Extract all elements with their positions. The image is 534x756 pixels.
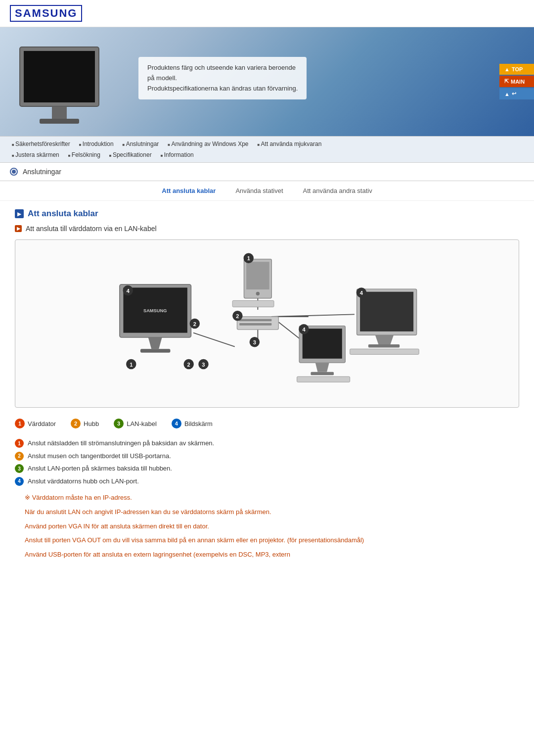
instr-text-3: Anslut LAN-porten på skärmes baksida til… [28, 464, 172, 473]
svg-text:4: 4 [360, 290, 363, 296]
svg-text:2: 2 [187, 362, 190, 368]
instr-num-4: 4 [15, 477, 24, 486]
main-button-label: MAIN [511, 79, 525, 85]
banner-text-box: Produktens färg och utseende kan variera… [138, 57, 307, 99]
svg-rect-2 [52, 106, 67, 119]
back-arrow-icon: ▲ [504, 91, 510, 97]
nav-item-adjust[interactable]: Justera skärmen [10, 150, 66, 159]
info-text-2: Använd porten VGA IN för att ansluta skä… [15, 521, 519, 532]
svg-text:2: 2 [236, 313, 239, 319]
nav-item-connections[interactable]: Anslutningar [121, 140, 166, 148]
legend-label-3: LAN-kabel [127, 420, 157, 427]
samsung-logo: SAMSUNG [10, 5, 524, 22]
svg-rect-17 [239, 319, 271, 322]
top-button-label: TOP [512, 66, 523, 72]
svg-rect-18 [239, 323, 271, 326]
legend-item-4: 4 Bildskärm [172, 419, 213, 428]
nav-item-troubleshoot[interactable]: Felsökning [66, 150, 107, 159]
main-icon: ⇱ [504, 78, 509, 85]
svg-text:SAMSUNG: SAMSUNG [143, 308, 167, 313]
svg-text:1: 1 [247, 255, 250, 261]
svg-rect-51 [350, 349, 419, 354]
instruction-3: 3 Anslut LAN-porten på skärmes baksida t… [15, 464, 519, 473]
nav-item-safety[interactable]: Säkerhetsföreskrifter [10, 140, 77, 148]
header: SAMSUNG [0, 0, 534, 27]
banner-text-line3: Produktspecifikationerna kan ändras utan… [147, 84, 298, 94]
svg-rect-11 [246, 262, 269, 289]
legend-label-2: Hubb [84, 420, 99, 427]
legend-num-3: 3 [114, 419, 124, 428]
nav-item-specs[interactable]: Specifikationer [107, 150, 159, 159]
svg-text:3: 3 [253, 339, 256, 345]
diagram-box: 1 2 3 SAMSUNG 4 2 [15, 239, 519, 408]
svg-rect-27 [140, 349, 171, 352]
main-content: ▶ Att ansluta kablar ▶ Att ansluta till … [0, 201, 534, 572]
banner-text-line1: Produktens färg och utseende kan variera… [147, 63, 298, 73]
logo-text: SAMSUNG [10, 5, 82, 22]
tab-connect-cables[interactable]: Att ansluta kablar [162, 187, 216, 194]
instruction-4: 4 Anslut värddatorns hubb och LAN-port. [15, 476, 519, 486]
section-heading: ▶ Att ansluta kablar [15, 209, 519, 219]
instr-text-4: Anslut värddatorns hubb och LAN-port. [28, 476, 139, 486]
legend-label-1: Värddator [28, 420, 56, 427]
tab-use-stand[interactable]: Använda stativet [235, 187, 283, 194]
banner-right-buttons: ▲ TOP ⇱ MAIN ▲ ↩ [499, 64, 534, 99]
svg-rect-41 [311, 372, 334, 376]
nav-item-intro[interactable]: Introduktion [77, 140, 121, 148]
svg-rect-46 [360, 292, 413, 331]
legend-label-4: Bildskärm [184, 420, 213, 427]
svg-rect-44 [297, 377, 350, 382]
section-dot-inner [12, 170, 16, 174]
svg-text:3: 3 [202, 362, 205, 368]
legend-item-3: 3 LAN-kabel [114, 419, 157, 428]
back-button[interactable]: ▲ ↩ [499, 88, 534, 99]
nav-row-1: Säkerhetsföreskrifter Introduktion Anslu… [10, 140, 524, 148]
svg-rect-48 [368, 344, 400, 348]
info-text-3: Anslut till porten VGA OUT om du vill vi… [15, 535, 519, 546]
svg-rect-16 [237, 317, 278, 330]
main-button[interactable]: ⇱ MAIN [499, 76, 534, 87]
svg-text:4: 4 [127, 288, 130, 294]
banner-text-line2: på modell. [147, 73, 298, 84]
sub-heading-text: Att ansluta till värddatorn via en LAN-k… [26, 225, 157, 233]
legend-item-1: 1 Värddator [15, 419, 56, 428]
info-text-1: När du anslutit LAN och angivit IP-adres… [15, 507, 519, 518]
instr-num-2: 2 [15, 452, 24, 461]
svg-rect-39 [303, 329, 342, 359]
sub-heading-icon: ▶ [15, 225, 22, 232]
note-text: Värddatorn måste ha en IP-adress. [15, 493, 519, 503]
svg-line-4 [193, 333, 235, 347]
legend-num-2: 2 [71, 419, 81, 428]
section-title: Anslutningar [23, 168, 61, 176]
svg-text:4: 4 [302, 327, 306, 332]
svg-rect-13 [232, 300, 274, 307]
svg-marker-47 [375, 335, 394, 344]
legend-num-4: 4 [172, 419, 181, 428]
svg-rect-3 [40, 119, 79, 124]
instr-num-3: 3 [15, 464, 24, 473]
tab-other-stands[interactable]: Att använda andra stativ [303, 187, 372, 194]
instr-text-1: Anslut nätsladden till strömanslutningen… [28, 438, 214, 448]
instructions-list: 1 Anslut nätsladden till strömanslutning… [15, 438, 519, 486]
legend-item-2: 2 Hubb [71, 419, 99, 428]
nav-item-windows[interactable]: Användning av Windows Xpe [166, 140, 255, 148]
sub-heading: ▶ Att ansluta till värddatorn via en LAN… [15, 225, 519, 233]
tab-navigation: Att ansluta kablar Använda stativet Att … [0, 181, 534, 201]
nav-row-2: Justera skärmen Felsökning Specifikation… [10, 150, 524, 159]
main-heading-text: Att ansluta kablar [28, 209, 98, 219]
legend-num-1: 1 [15, 419, 25, 428]
banner-monitor-illustration [10, 32, 119, 136]
instruction-1: 1 Anslut nätsladden till strömanslutning… [15, 438, 519, 448]
back-button-label: ↩ [512, 91, 516, 97]
nav-item-software[interactable]: Att använda mjukvaran [256, 140, 329, 148]
section-dot-icon [10, 168, 18, 176]
info-text-4: Använd USB-porten för att ansluta en ext… [15, 550, 519, 560]
svg-text:1: 1 [130, 362, 133, 368]
nav-item-info[interactable]: Information [159, 150, 201, 159]
nav-bar: Säkerhetsföreskrifter Introduktion Anslu… [0, 136, 534, 163]
diagram-svg: 1 2 3 SAMSUNG 4 2 [25, 250, 509, 397]
top-button[interactable]: ▲ TOP [499, 64, 534, 75]
instruction-2: 2 Anslut musen och tangentbordet till US… [15, 451, 519, 461]
top-arrow-icon: ▲ [504, 66, 510, 72]
section-header: Anslutningar [0, 163, 534, 181]
